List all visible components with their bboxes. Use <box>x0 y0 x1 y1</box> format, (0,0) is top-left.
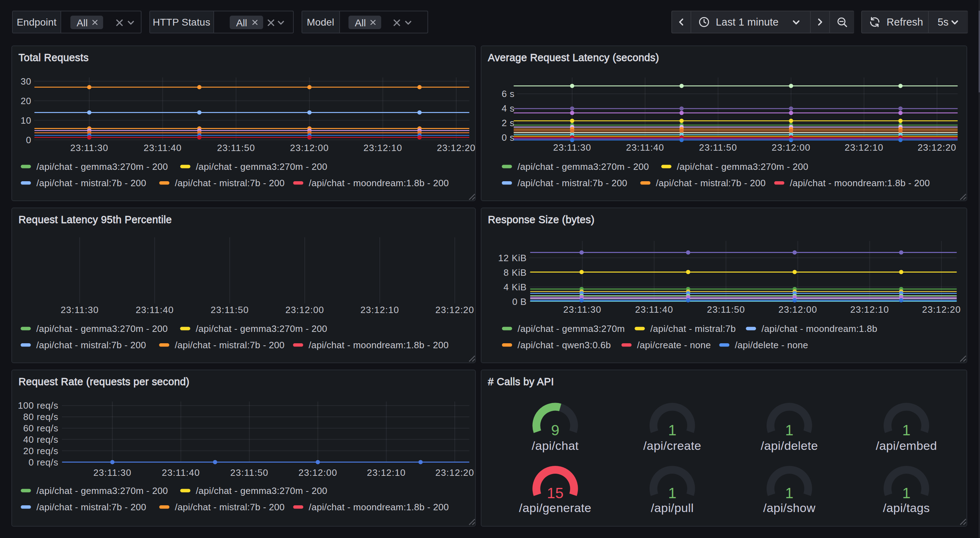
svg-text:23:11:30: 23:11:30 <box>553 143 591 153</box>
svg-text:# Calls by API: # Calls by API <box>488 376 554 388</box>
svg-text:Response Size (bytes): Response Size (bytes) <box>488 214 595 225</box>
svg-text:9: 9 <box>551 422 559 438</box>
svg-text:0 B: 0 B <box>512 296 527 307</box>
svg-text:30: 30 <box>20 76 31 87</box>
svg-text:1: 1 <box>902 485 911 502</box>
svg-text:23:11:50: 23:11:50 <box>216 143 255 153</box>
svg-text:15: 15 <box>547 485 563 502</box>
svg-text:/api/create: /api/create <box>643 439 701 452</box>
svg-text:Request Rate (requests per sec: Request Rate (requests per second) <box>18 376 189 388</box>
svg-text:/api/show: /api/show <box>764 501 816 515</box>
svg-text:/api/chat - gemma3:270m - 200: /api/chat - gemma3:270m - 200 <box>196 486 327 496</box>
svg-text:1: 1 <box>785 485 793 502</box>
svg-text:23:11:40: 23:11:40 <box>635 305 673 315</box>
svg-text:23:12:20: 23:12:20 <box>918 143 956 153</box>
svg-text:/api/chat - mistral:7b - 200: /api/chat - mistral:7b - 200 <box>175 178 285 188</box>
svg-text:23:12:20: 23:12:20 <box>436 143 475 153</box>
svg-text:23:12:00: 23:12:00 <box>778 305 817 315</box>
svg-text:23:11:50: 23:11:50 <box>230 468 268 478</box>
svg-text:80 req/s: 80 req/s <box>23 412 58 422</box>
svg-text:/api/chat - mistral:7b - 200: /api/chat - mistral:7b - 200 <box>36 340 146 351</box>
svg-text:1: 1 <box>668 485 676 502</box>
svg-text:23:11:30: 23:11:30 <box>93 468 131 478</box>
svg-text:/api/chat - gemma3:270m: /api/chat - gemma3:270m <box>518 323 625 334</box>
svg-text:40 req/s: 40 req/s <box>23 434 58 445</box>
svg-text:/api/embed: /api/embed <box>876 439 937 452</box>
svg-text:/api/chat - gemma3:270m - 200: /api/chat - gemma3:270m - 200 <box>518 161 649 172</box>
svg-text:23:12:20: 23:12:20 <box>435 305 474 316</box>
svg-text:10: 10 <box>20 115 31 126</box>
svg-text:/api/chat - mistral:7b - 200: /api/chat - mistral:7b - 200 <box>518 178 628 188</box>
svg-text:/api/chat - mistral:7b - 200: /api/chat - mistral:7b - 200 <box>174 340 284 351</box>
svg-text:/api/chat - mistral:7b - 200: /api/chat - mistral:7b - 200 <box>36 502 146 513</box>
svg-text:/api/chat - qwen3:0.6b: /api/chat - qwen3:0.6b <box>518 340 611 351</box>
svg-text:Average Request Latency (secon: Average Request Latency (seconds) <box>488 52 659 63</box>
svg-text:23:11:30: 23:11:30 <box>563 305 601 315</box>
svg-text:23:12:10: 23:12:10 <box>367 468 406 478</box>
svg-text:100 req/s: 100 req/s <box>18 400 58 411</box>
svg-text:23:12:10: 23:12:10 <box>360 305 399 316</box>
svg-text:23:12:00: 23:12:00 <box>772 143 810 153</box>
svg-text:1: 1 <box>902 422 911 438</box>
svg-text:8 KiB: 8 KiB <box>504 267 527 278</box>
svg-text:/api/chat - gemma3:270m - 200: /api/chat - gemma3:270m - 200 <box>195 323 327 334</box>
svg-text:60 req/s: 60 req/s <box>23 423 58 434</box>
svg-text:0 req/s: 0 req/s <box>28 457 58 468</box>
svg-text:/api/chat - moondream:1.8b: /api/chat - moondream:1.8b <box>762 323 878 334</box>
svg-text:23:11:40: 23:11:40 <box>135 305 173 316</box>
svg-text:0: 0 <box>25 135 31 145</box>
svg-text:23:11:30: 23:11:30 <box>70 143 108 153</box>
svg-text:/api/chat - moondream:1.8b - 2: /api/chat - moondream:1.8b - 200 <box>790 178 930 188</box>
svg-text:0 s: 0 s <box>502 132 514 143</box>
svg-text:6 s: 6 s <box>502 89 514 100</box>
svg-text:4 s: 4 s <box>502 103 514 114</box>
svg-text:23:12:10: 23:12:10 <box>845 143 884 153</box>
svg-text:/api/chat - moondream:1.8b - 2: /api/chat - moondream:1.8b - 200 <box>308 340 449 351</box>
svg-text:23:11:40: 23:11:40 <box>161 468 199 478</box>
svg-text:23:11:50: 23:11:50 <box>699 143 737 153</box>
svg-text:12 KiB: 12 KiB <box>498 253 527 263</box>
svg-text:23:11:50: 23:11:50 <box>210 305 248 316</box>
svg-text:23:12:20: 23:12:20 <box>922 305 961 315</box>
svg-text:/api/chat - mistral:7b - 200: /api/chat - mistral:7b - 200 <box>656 178 766 188</box>
svg-text:23:12:00: 23:12:00 <box>285 305 324 316</box>
svg-text:/api/chat - mistral:7b - 200: /api/chat - mistral:7b - 200 <box>175 502 285 513</box>
svg-text:23:11:30: 23:11:30 <box>60 305 98 316</box>
svg-text:/api/pull: /api/pull <box>651 501 694 515</box>
svg-text:1: 1 <box>785 422 793 438</box>
svg-text:Request Latency 95th Percentil: Request Latency 95th Percentile <box>18 214 172 225</box>
svg-text:23:12:10: 23:12:10 <box>850 305 889 315</box>
svg-text:/api/create - none: /api/create - none <box>637 340 711 351</box>
svg-text:23:12:20: 23:12:20 <box>435 468 474 478</box>
svg-text:/api/delete - none: /api/delete - none <box>735 340 808 351</box>
svg-text:/api/chat - mistral:7b - 200: /api/chat - mistral:7b - 200 <box>36 178 146 188</box>
svg-text:23:12:10: 23:12:10 <box>363 143 402 153</box>
svg-text:/api/chat - gemma3:270m - 200: /api/chat - gemma3:270m - 200 <box>677 161 808 172</box>
svg-text:/api/chat - moondream:1.8b - 2: /api/chat - moondream:1.8b - 200 <box>308 502 449 513</box>
svg-text:20 req/s: 20 req/s <box>23 446 58 456</box>
svg-text:/api/chat - moondream:1.8b - 2: /api/chat - moondream:1.8b - 200 <box>308 178 449 188</box>
svg-text:23:11:40: 23:11:40 <box>143 143 181 153</box>
svg-text:23:12:00: 23:12:00 <box>290 143 329 153</box>
svg-text:4 KiB: 4 KiB <box>504 282 527 292</box>
svg-text:/api/chat - gemma3:270m - 200: /api/chat - gemma3:270m - 200 <box>36 323 167 334</box>
svg-text:2 s: 2 s <box>502 117 514 128</box>
svg-text:/api/chat - gemma3:270m - 200: /api/chat - gemma3:270m - 200 <box>36 486 167 496</box>
svg-text:/api/chat - gemma3:270m - 200: /api/chat - gemma3:270m - 200 <box>196 161 327 172</box>
svg-text:/api/generate: /api/generate <box>519 501 592 515</box>
svg-text:20: 20 <box>20 95 31 106</box>
svg-text:23:11:50: 23:11:50 <box>707 305 745 315</box>
svg-text:Total Requests: Total Requests <box>18 52 88 63</box>
svg-text:23:12:00: 23:12:00 <box>298 468 337 478</box>
svg-text:/api/chat - mistral:7b: /api/chat - mistral:7b <box>651 323 736 334</box>
svg-text:/api/chat: /api/chat <box>532 439 579 452</box>
svg-text:/api/delete: /api/delete <box>761 439 818 452</box>
svg-text:/api/chat - gemma3:270m - 200: /api/chat - gemma3:270m - 200 <box>36 161 167 172</box>
svg-text:23:11:40: 23:11:40 <box>626 143 664 153</box>
svg-text:/api/tags: /api/tags <box>883 501 930 515</box>
svg-text:1: 1 <box>668 422 676 438</box>
